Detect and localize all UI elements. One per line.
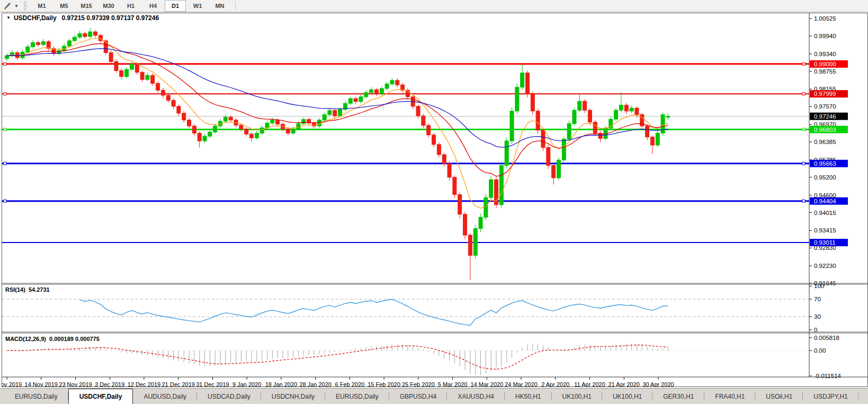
svg-text:14 Mar 2020: 14 Mar 2020: [470, 381, 503, 387]
svg-text:6 Feb 2020: 6 Feb 2020: [335, 381, 365, 387]
svg-text:21 Dec 2019: 21 Dec 2019: [162, 381, 195, 387]
svg-text:0.96385: 0.96385: [814, 139, 836, 145]
chart-tab-uk100-h1[interactable]: UK100,H1: [552, 389, 602, 404]
chart-tab-usdcad-daily[interactable]: USDCAD,Daily: [197, 389, 261, 404]
svg-text:14 Nov 2019: 14 Nov 2019: [25, 381, 58, 387]
chart-tab-xauusd-h4[interactable]: XAUUSD,H4: [447, 389, 505, 404]
level-marker[interactable]: [4, 128, 6, 131]
chart-tab-gbpusd-h4[interactable]: GBPUSD,H4: [389, 389, 447, 404]
timeframe-button-m30[interactable]: M30: [98, 0, 119, 12]
svg-text:2 Apr 2020: 2 Apr 2020: [541, 381, 569, 387]
level-marker[interactable]: [802, 200, 805, 202]
chart-tools-dropdown-icon[interactable]: ▼: [13, 4, 20, 8]
svg-text:0.95663: 0.95663: [814, 160, 836, 167]
svg-text:0.93415: 0.93415: [814, 227, 836, 234]
timeframe-button-w1[interactable]: W1: [187, 0, 208, 12]
svg-text:23 Nov 2019: 23 Nov 2019: [59, 381, 92, 387]
svg-text:5 Mar 2020: 5 Mar 2020: [438, 381, 468, 387]
svg-text:0.00: 0.00: [814, 347, 826, 354]
svg-text:0.92230: 0.92230: [814, 263, 836, 269]
macd-values: 0.000189 0.000775: [49, 336, 100, 342]
svg-text:25 Feb 2020: 25 Feb 2020: [402, 381, 435, 387]
chart-window: 1.005250.999400.993400.987550.981550.975…: [2, 13, 868, 387]
timeframe-toolbar: ▼ M1M5M15M30H1H4D1W1MN: [0, 0, 868, 12]
svg-text:0.93011: 0.93011: [814, 239, 836, 246]
chart-tab-uk100-h1[interactable]: UK100,H1: [602, 389, 652, 404]
svg-text:9 Jan 2020: 9 Jan 2020: [232, 381, 261, 387]
svg-text:0.99340: 0.99340: [814, 51, 836, 57]
chart-tab-usdcnh-daily[interactable]: USDCNH,Daily: [261, 389, 325, 404]
svg-text:0.98755: 0.98755: [814, 68, 836, 75]
svg-text:0.94404: 0.94404: [814, 198, 836, 204]
svg-text:0.94015: 0.94015: [814, 210, 836, 216]
svg-text:30: 30: [814, 313, 821, 320]
level-marker[interactable]: [4, 93, 6, 95]
svg-text:0.005818: 0.005818: [814, 335, 839, 341]
svg-text:0.97246: 0.97246: [814, 113, 836, 120]
svg-text:0.99940: 0.99940: [814, 33, 836, 39]
level-marker[interactable]: [802, 62, 805, 65]
svg-text:100: 100: [814, 283, 824, 289]
chart-tab-audusd-daily[interactable]: AUDUSD,Daily: [133, 389, 197, 404]
svg-text:15 Feb 2020: 15 Feb 2020: [368, 381, 400, 387]
chart-title: ▼USDCHF,Daily0.97215 0.97339 0.97137 0.9…: [6, 14, 159, 22]
svg-text:5 Nov 2019: 5 Nov 2019: [2, 381, 22, 387]
chart-symbol-label: USDCHF,Daily: [14, 14, 57, 22]
timeframe-button-m15[interactable]: M15: [76, 0, 97, 12]
svg-text:28 Jan 2020: 28 Jan 2020: [299, 381, 332, 387]
timeframe-button-m5[interactable]: M5: [53, 0, 75, 12]
chart-tab-ger30-h1[interactable]: GER30,H1: [652, 389, 704, 404]
svg-text:70: 70: [814, 296, 821, 302]
svg-text:3 Dec 2019: 3 Dec 2019: [95, 381, 124, 387]
mt4-application: ▼ M1M5M15M30H1H4D1W1MN 1.005250.999400.9…: [0, 0, 868, 404]
svg-text:21 Apr 2020: 21 Apr 2020: [609, 381, 640, 387]
level-marker[interactable]: [4, 162, 6, 165]
rsi-indicator-label: RSI(14)54.2731: [5, 286, 50, 293]
level-marker[interactable]: [802, 162, 805, 165]
svg-text:11 Apr 2020: 11 Apr 2020: [574, 381, 605, 387]
chart-tab-usoil-h1[interactable]: USOil,H1: [755, 389, 803, 404]
svg-text:-0.011514: -0.011514: [814, 373, 842, 379]
level-marker[interactable]: [802, 128, 805, 131]
svg-text:1.00525: 1.00525: [814, 15, 836, 22]
svg-text:30 Apr 2020: 30 Apr 2020: [642, 381, 674, 387]
svg-text:0.99000: 0.99000: [814, 61, 836, 67]
timeframe-button-d1[interactable]: D1: [165, 0, 186, 12]
level-marker[interactable]: [4, 62, 6, 65]
svg-text:31 Dec 2019: 31 Dec 2019: [196, 381, 229, 387]
chart-tab-fra40-h1[interactable]: FRA40,H1: [704, 389, 755, 404]
svg-text:0.97999: 0.97999: [814, 91, 836, 97]
svg-text:12 Dec 2019: 12 Dec 2019: [128, 381, 160, 387]
toolbar-drag-handle[interactable]: [23, 2, 26, 10]
svg-text:0.95200: 0.95200: [814, 174, 836, 181]
chart-tab-hk50-h1[interactable]: HK50,H1: [505, 389, 552, 404]
toolbar-separator: [235, 2, 236, 10]
rsi-value: 54.2731: [29, 286, 50, 293]
price-chart-canvas[interactable]: 1.005250.999400.993400.987550.981550.975…: [2, 13, 868, 387]
chart-tab-eurusd-daily[interactable]: EURUSD,Daily: [4, 389, 68, 404]
chart-tools-icon[interactable]: [2, 1, 13, 11]
chart-tab-eurusd-daily[interactable]: EURUSD,Daily: [325, 389, 389, 404]
svg-text:24 Mar 2020: 24 Mar 2020: [505, 381, 538, 387]
timeframe-button-m1[interactable]: M1: [31, 0, 52, 12]
timeframe-button-h1[interactable]: H1: [120, 0, 141, 12]
collapse-arrow-icon[interactable]: ▼: [6, 15, 11, 20]
svg-text:18 Jan 2020: 18 Jan 2020: [265, 381, 298, 387]
chart-ohlc-quote: 0.97215 0.97339 0.97137 0.97246: [62, 14, 159, 22]
level-marker[interactable]: [802, 93, 805, 95]
chart-tab-usdchf-daily[interactable]: USDCHF,Daily: [68, 389, 133, 404]
macd-indicator-label: MACD(12,26,9)0.000189 0.000775: [5, 336, 100, 342]
level-marker[interactable]: [4, 200, 6, 202]
timeframe-button-h4[interactable]: H4: [142, 0, 164, 12]
timeframe-buttons: M1M5M15M30H1H4D1W1MN: [31, 0, 231, 12]
chart-tab-bar: EURUSD,DailyUSDCHF,DailyAUDUSD,DailyUSDC…: [0, 388, 868, 404]
chart-tab-usdjpy-h1[interactable]: USDJPY,H1: [803, 389, 858, 404]
svg-text:0.97570: 0.97570: [814, 103, 836, 110]
svg-text:0.96803: 0.96803: [814, 127, 836, 133]
timeframe-button-mn[interactable]: MN: [209, 0, 230, 12]
